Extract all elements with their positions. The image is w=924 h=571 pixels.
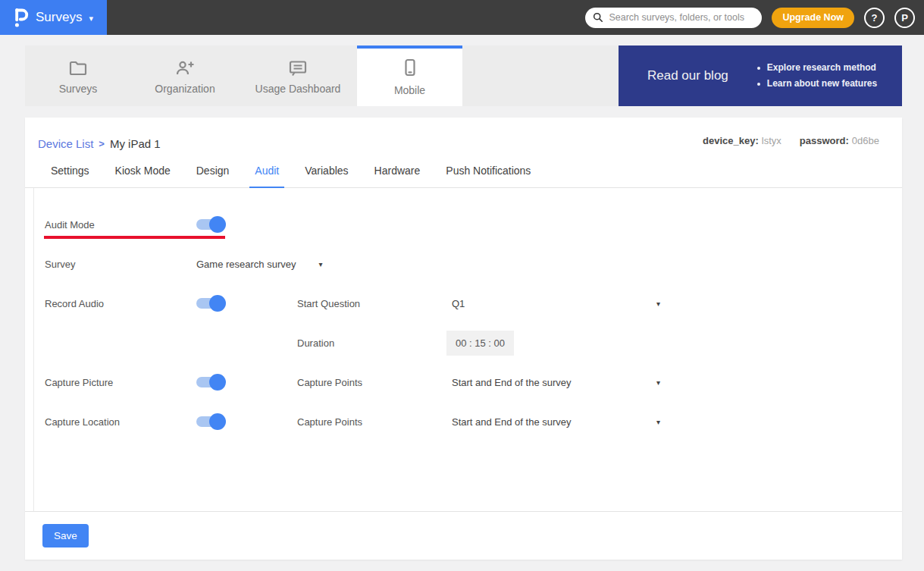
nav-label: Usage Dashboard (255, 83, 341, 95)
product-name: Surveys (36, 10, 82, 25)
capture-points-label: Capture Points (297, 377, 452, 388)
toggle-knob (209, 295, 226, 312)
nav-item-organization[interactable]: Organization (131, 45, 239, 106)
tab-audit[interactable]: Audit (249, 165, 284, 188)
survey-select-value: Game research survey (196, 259, 296, 270)
topbar: Surveys ▾ Upgrade Now ? P (0, 0, 924, 35)
search-icon (593, 12, 603, 23)
capture-points-value: Start and End of the survey (452, 377, 572, 388)
breadcrumb-current: My iPad 1 (110, 137, 161, 150)
questionpro-logo-icon (14, 7, 29, 28)
topbar-actions: Upgrade Now ? P (585, 0, 924, 35)
device-settings-card: Device List > My iPad 1 device_key:lstyx… (25, 118, 902, 560)
toggle-knob (209, 413, 226, 430)
toggle-knob (209, 216, 226, 233)
module-nav: Surveys Organization Usage Dashboard Mob… (25, 45, 902, 106)
password-label: password: (800, 135, 849, 146)
survey-select[interactable]: Game research survey ▾ (196, 259, 452, 270)
nav-item-mobile[interactable]: Mobile (357, 45, 462, 106)
tab-design[interactable]: Design (191, 165, 235, 188)
save-button[interactable]: Save (42, 524, 89, 547)
mobile-icon (402, 58, 418, 78)
survey-label: Survey (45, 259, 196, 270)
password-value: 0d6be (852, 135, 879, 146)
capture-location-label: Capture Location (45, 416, 196, 428)
chevron-down-icon: ▾ (656, 300, 660, 308)
device-credentials: device_key:lstyx password:0d6be (703, 133, 879, 154)
duration-row: Duration 00 : 15 : 00 (45, 323, 902, 362)
breadcrumb-device-list-link[interactable]: Device List (38, 137, 93, 150)
nav-label: Mobile (394, 84, 425, 96)
audit-mode-label: Audit Mode (45, 219, 196, 231)
record-audio-row: Record Audio Start Question Q1 ▾ (45, 284, 902, 323)
product-switcher[interactable]: Surveys ▾ (0, 0, 107, 35)
chevron-down-icon: ▾ (656, 378, 660, 387)
breadcrumb-separator-icon: > (99, 138, 105, 149)
nav-label: Surveys (59, 83, 98, 95)
audit-mode-underline-annotation (44, 236, 225, 239)
tab-kiosk-mode[interactable]: Kiosk Mode (110, 165, 176, 188)
start-question-select[interactable]: Q1 ▾ (452, 298, 665, 309)
dashboard-icon (288, 60, 308, 77)
capture-location-row: Capture Location Capture Points Start an… (45, 402, 902, 441)
audit-mode-row: Audit Mode (45, 205, 902, 244)
upgrade-now-button[interactable]: Upgrade Now (772, 8, 854, 28)
capture-location-toggle[interactable] (196, 416, 225, 427)
person-add-icon (174, 60, 196, 77)
duration-input[interactable]: 00 : 15 : 00 (446, 331, 514, 356)
promo-title: Read our blog (647, 68, 728, 83)
start-question-label: Start Question (297, 298, 452, 309)
tab-push-notifications[interactable]: Push Notifications (440, 165, 536, 188)
device-key: device_key:lstyx (703, 135, 781, 154)
device-password: password:0d6be (800, 135, 879, 154)
start-question-value: Q1 (452, 298, 465, 309)
survey-row: Survey Game research survey ▾ (45, 244, 902, 284)
chevron-down-icon: ▾ (656, 418, 660, 426)
capture-picture-points-select[interactable]: Start and End of the survey ▾ (452, 377, 665, 388)
capture-location-points-select[interactable]: Start and End of the survey ▾ (452, 416, 665, 428)
capture-points-value: Start and End of the survey (452, 416, 572, 428)
record-audio-label: Record Audio (45, 298, 196, 309)
record-audio-toggle[interactable] (196, 298, 225, 309)
save-row: Save (25, 511, 902, 547)
device-key-label: device_key: (703, 135, 759, 146)
search-input[interactable] (609, 12, 754, 23)
toggle-knob (209, 374, 226, 391)
promo-bullet: Learn about new features (757, 76, 877, 92)
card-header: Device List > My iPad 1 device_key:lstyx… (25, 118, 902, 154)
duration-label: Duration (297, 337, 452, 349)
nav-label: Organization (155, 83, 215, 95)
nav-item-usage-dashboard[interactable]: Usage Dashboard (239, 45, 357, 106)
capture-picture-row: Capture Picture Capture Points Start and… (45, 362, 902, 402)
tab-variables[interactable]: Variables (299, 165, 353, 188)
capture-picture-label: Capture Picture (45, 377, 196, 388)
device-key-value: lstyx (762, 135, 781, 146)
audit-tab-panel: Audit Mode Survey Game research survey ▾… (33, 188, 902, 511)
global-search[interactable] (585, 8, 762, 28)
folder-icon (68, 60, 88, 77)
help-button[interactable]: ? (864, 8, 885, 28)
promo-bullet-list: Explore research method Learn about new … (757, 60, 877, 92)
tab-settings[interactable]: Settings (45, 165, 95, 188)
capture-picture-toggle[interactable] (196, 377, 225, 387)
chevron-down-icon: ▾ (89, 14, 93, 24)
promo-bullet: Explore research method (757, 60, 877, 76)
capture-points-label: Capture Points (297, 416, 452, 428)
account-avatar[interactable]: P (894, 8, 915, 28)
blog-promo-banner[interactable]: Read our blog Explore research method Le… (619, 45, 902, 106)
audit-mode-toggle[interactable] (196, 219, 225, 230)
tab-hardware[interactable]: Hardware (369, 165, 426, 188)
nav-item-surveys[interactable]: Surveys (25, 45, 131, 106)
breadcrumb: Device List > My iPad 1 (38, 133, 161, 154)
device-tabs: Settings Kiosk Mode Design Audit Variabl… (25, 154, 902, 188)
chevron-down-icon: ▾ (319, 260, 323, 268)
